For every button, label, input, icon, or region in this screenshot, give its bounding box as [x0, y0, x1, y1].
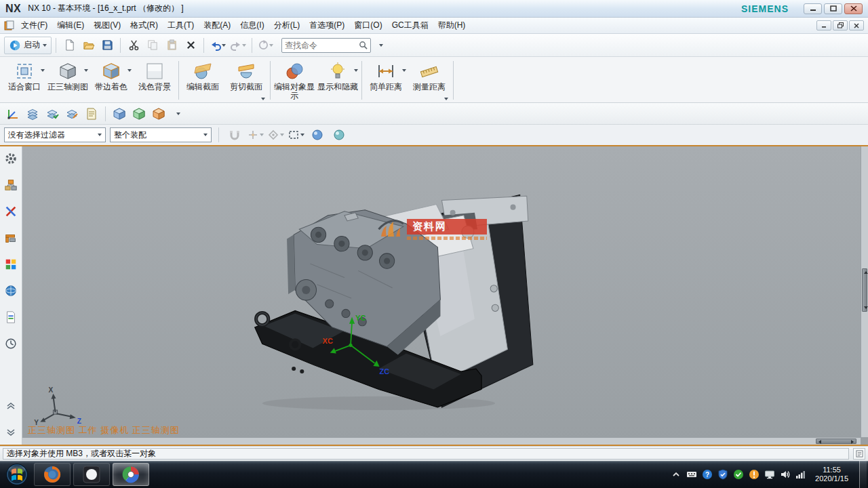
undo-icon [210, 39, 222, 52]
mdi-restore-button[interactable] [833, 20, 848, 30]
hd3d-tools-button[interactable] [3, 256, 19, 272]
taskbar-pinned-app-button[interactable] [73, 463, 110, 486]
horizontal-scrollbar[interactable] [22, 437, 861, 445]
mdi-minimize-button[interactable] [816, 20, 831, 30]
menu-file[interactable]: 文件(F) [16, 17, 52, 34]
engine-assembly-model[interactable] [255, 195, 533, 407]
hide-object-button[interactable] [130, 105, 148, 123]
search-icon[interactable] [359, 41, 368, 49]
chevron-down-icon[interactable] [127, 69, 132, 72]
edit-display-button[interactable] [150, 105, 167, 123]
snap-magnet-button[interactable] [226, 126, 243, 144]
tray-expand-button[interactable] [671, 469, 682, 480]
start-menu-button[interactable]: 启动 [4, 37, 52, 54]
menu-preferences[interactable]: 首选项(P) [304, 17, 349, 34]
menu-analysis[interactable]: 分析(L) [269, 17, 305, 34]
measure-distance-button[interactable]: 测量距离 [408, 58, 451, 102]
new-file-button[interactable] [60, 37, 78, 54]
chevron-down-icon[interactable] [354, 69, 358, 72]
repeat-command-button[interactable] [256, 37, 275, 54]
menu-assembly[interactable]: 装配(A) [199, 17, 235, 34]
close-button[interactable] [844, 3, 863, 14]
menu-view[interactable]: 视图(V) [89, 17, 125, 34]
layer-in-view-button[interactable] [43, 105, 61, 123]
chevron-down-icon[interactable] [41, 69, 45, 72]
vertical-scrollbar-thumb[interactable] [862, 268, 867, 312]
copy-button[interactable] [144, 37, 161, 54]
clip-section-button[interactable]: 剪切截面 [224, 58, 268, 102]
update-notify-icon[interactable] [749, 469, 760, 480]
snap-end-combo[interactable] [268, 129, 284, 140]
taskbar-clock[interactable]: 11:55 2020/1/15 [815, 466, 848, 483]
simple-distance-button[interactable]: 简单距离 [364, 58, 408, 102]
selection-scope-dropdown[interactable]: 整个装配 [110, 127, 212, 142]
status-notes-button[interactable] [853, 448, 865, 460]
antivirus-icon[interactable] [733, 469, 744, 480]
constraint-navigator-button[interactable] [3, 203, 19, 220]
reuse-library-button[interactable] [3, 230, 19, 246]
delete-button[interactable] [182, 37, 199, 54]
taskbar-nx-button[interactable] [113, 463, 149, 486]
shaded-with-edges-button[interactable]: 带边着色 [90, 58, 133, 102]
show-desktop-button[interactable] [859, 461, 867, 488]
resource-bar-collapse-button[interactable] [3, 424, 19, 441]
security-shield-icon[interactable] [717, 469, 728, 480]
trimetric-view-button[interactable]: 正三轴测图 [46, 58, 90, 102]
vertical-scrollbar[interactable] [861, 146, 868, 437]
show-and-hide-button[interactable]: 显示和隐藏 [316, 58, 359, 102]
open-file-button[interactable] [79, 37, 97, 54]
taskbar-firefox-button[interactable] [34, 463, 71, 486]
edit-object-display-button[interactable]: 编辑对象显示 [273, 58, 316, 102]
menu-format[interactable]: 格式(R) [125, 17, 163, 34]
highlight-ball-button[interactable] [309, 126, 326, 144]
model-3d[interactable]: YC XC ZC X Y Z [22, 146, 868, 445]
chevron-down-icon[interactable] [402, 69, 406, 72]
menu-information[interactable]: 信息(I) [235, 17, 269, 34]
history-button[interactable] [3, 336, 19, 352]
layer-settings-button[interactable] [24, 105, 41, 123]
information-window-button[interactable] [83, 105, 100, 123]
resource-bar-expand-button[interactable] [3, 398, 19, 414]
menu-window[interactable]: 窗口(O) [349, 17, 387, 34]
graphics-viewport[interactable]: YC XC ZC X Y Z [22, 146, 868, 445]
input-method-icon[interactable] [686, 469, 697, 480]
assembly-navigator-button[interactable] [3, 177, 19, 193]
marquee-select-combo[interactable] [288, 129, 304, 140]
menu-gc-toolbox[interactable]: GC工具箱 [387, 17, 433, 34]
menu-edit[interactable]: 编辑(E) [52, 17, 89, 34]
light-background-button[interactable]: 浅色背景 [133, 58, 176, 102]
web-browser-button[interactable] [3, 283, 19, 299]
redo-button[interactable] [229, 37, 248, 54]
show-object-button[interactable] [111, 105, 128, 123]
edit-section-button[interactable]: 编辑截面 [181, 58, 224, 102]
chevron-down-icon[interactable] [84, 69, 88, 72]
search-input[interactable] [285, 41, 359, 50]
layer-category-button[interactable] [63, 105, 81, 123]
start-orb-button[interactable] [1, 462, 33, 487]
help-center-icon[interactable]: ? [702, 469, 713, 480]
network-icon[interactable] [795, 469, 806, 480]
cut-button[interactable] [125, 37, 142, 54]
paste-button[interactable] [163, 37, 180, 54]
rollover-ball-button[interactable] [330, 126, 348, 144]
search-options-button[interactable] [372, 37, 390, 54]
maximize-button[interactable] [824, 3, 842, 14]
orient-wcs-button[interactable] [4, 105, 22, 123]
fit-window-button[interactable]: 适合窗口 [3, 58, 46, 102]
minimize-button[interactable] [804, 3, 822, 14]
utility-more-button[interactable] [170, 105, 187, 123]
chevron-down-icon[interactable] [261, 98, 265, 100]
roles-gear-button[interactable] [3, 150, 19, 167]
save-button[interactable] [98, 37, 116, 54]
mdi-close-button[interactable] [849, 20, 864, 30]
horizontal-scrollbar-thumb[interactable] [816, 439, 856, 444]
chevron-down-icon[interactable] [444, 98, 448, 100]
volume-icon[interactable] [780, 469, 791, 480]
snap-point-combo[interactable] [248, 129, 264, 140]
undo-button[interactable] [208, 37, 227, 54]
menu-tools[interactable]: 工具(T) [163, 17, 199, 34]
menu-help[interactable]: 帮助(H) [433, 17, 471, 34]
type-filter-dropdown[interactable]: 没有选择过滤器 [4, 127, 106, 142]
knowledge-doc-button[interactable] [3, 309, 19, 325]
display-settings-icon[interactable] [764, 469, 775, 480]
